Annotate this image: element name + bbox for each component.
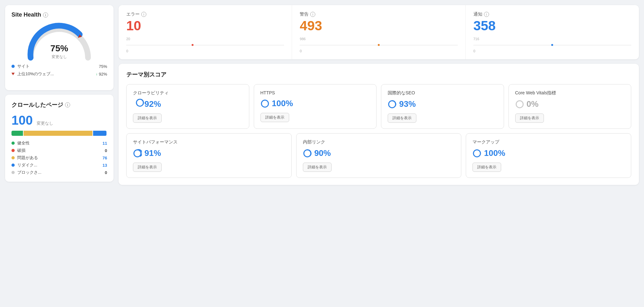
- theme-card-internal-links: 内部リンク 90% 詳細を表示: [296, 133, 462, 178]
- pb-issues: [24, 131, 92, 136]
- markup-detail-btn[interactable]: 詳細を表示: [472, 163, 501, 172]
- left-column: Site Health i 75% 変更なし: [5, 5, 113, 185]
- theme-scores-section: テーマ別スコア クローラビリティ 92% 詳細を表示: [119, 64, 639, 185]
- site-health-title: Site Health i: [11, 11, 107, 18]
- gauge-label-container: 75% 変更なし: [50, 43, 68, 60]
- error-value: 10: [126, 18, 284, 33]
- site-legend-val: 75%: [99, 64, 107, 69]
- stats-row: エラー i 10 20 0 警告 i 493 986: [119, 5, 639, 59]
- label-redirect: リダイク...: [17, 162, 37, 168]
- warning-label: 警告 i: [300, 11, 457, 17]
- cwv-score: 0%: [527, 99, 539, 109]
- site-health-card: Site Health i 75% 変更なし: [5, 5, 113, 90]
- error-info-icon[interactable]: i: [141, 12, 146, 17]
- theme-scores-title: テーマ別スコア: [126, 71, 631, 78]
- theme-name-internal-links: 内部リンク: [303, 139, 455, 145]
- https-detail-btn[interactable]: 詳細を表示: [260, 113, 289, 122]
- crawled-info-icon[interactable]: i: [65, 102, 70, 107]
- performance-score: 91%: [144, 148, 161, 158]
- performance-circle-icon: [133, 149, 142, 158]
- theme-card-intl-seo: 国際的なSEO 93% 詳細を表示: [381, 84, 504, 129]
- error-sparkline: 20 0: [126, 37, 284, 53]
- legend-issues: 問題がある 76: [11, 155, 107, 161]
- dot-broken: [11, 149, 15, 152]
- error-dot: [192, 44, 194, 46]
- right-column: エラー i 10 20 0 警告 i 493 986: [119, 5, 639, 185]
- site-dot: [11, 65, 15, 68]
- pb-redirect: [93, 131, 106, 136]
- theme-card-cwv: Core Web Vitals指標 0% 詳細を表示: [509, 84, 632, 129]
- cwv-detail-btn[interactable]: 詳細を表示: [515, 113, 544, 123]
- top10-legend-label: 上位10%のウェブ...: [17, 71, 54, 77]
- gauge-container: 75% 変更なし サイト 75%: [11, 23, 107, 79]
- val-redirect: 13: [103, 163, 107, 168]
- page-legend: 健全性 11 破損 0 問題がある 76: [11, 140, 107, 175]
- intl-seo-circle-icon: [388, 100, 397, 109]
- svg-point-7: [473, 150, 480, 157]
- legend-row-site: サイト 75%: [11, 63, 107, 69]
- top10-triangle-icon: [11, 73, 15, 75]
- site-health-info-icon[interactable]: i: [43, 12, 48, 18]
- markup-score: 100%: [484, 148, 505, 158]
- theme-score-row-internal-links: 90%: [303, 148, 455, 158]
- theme-score-row-performance: 91%: [133, 148, 285, 158]
- top10-legend-val: ↓92%: [96, 72, 107, 77]
- val-blocked: 0: [105, 170, 107, 175]
- theme-grid-row1: クローラビリティ 92% 詳細を表示 HTTPS: [126, 84, 631, 129]
- crawled-pages-title: クロールしたページ i: [11, 101, 107, 109]
- warning-dot: [378, 44, 380, 46]
- theme-score-row-intl-seo: 93%: [388, 99, 497, 109]
- error-label: エラー i: [126, 11, 284, 17]
- error-min: 0: [126, 49, 284, 53]
- legend-row-top10: 上位10%のウェブ... ↓92%: [11, 71, 107, 77]
- theme-name-intl-seo: 国際的なSEO: [388, 90, 497, 96]
- internal-links-score: 90%: [314, 148, 331, 158]
- notice-info-icon[interactable]: i: [484, 12, 489, 17]
- crawlability-detail-btn[interactable]: 詳細を表示: [133, 113, 162, 123]
- theme-name-markup: マークアップ: [472, 139, 625, 145]
- dot-healthy: [11, 142, 15, 145]
- intl-seo-score: 93%: [399, 99, 416, 109]
- crawled-pages-card: クロールしたページ i 100 変更なし 健全性: [5, 95, 113, 182]
- theme-score-row-markup: 100%: [472, 148, 625, 158]
- intl-seo-detail-btn[interactable]: 詳細を表示: [388, 113, 416, 123]
- warning-max: 986: [300, 37, 457, 41]
- theme-score-row-https: 100%: [260, 99, 370, 108]
- error-stat-card: エラー i 10 20 0: [119, 5, 292, 59]
- warning-stat-card: 警告 i 493 986 0: [292, 5, 465, 59]
- notice-label-text: 通知: [473, 11, 482, 17]
- warning-info-icon[interactable]: i: [310, 12, 315, 17]
- internal-links-circle-icon: [303, 149, 312, 158]
- crawled-change: 変更なし: [37, 121, 53, 126]
- gauge-sublabel: 変更なし: [52, 55, 67, 59]
- theme-name-crawlability: クローラビリティ: [133, 90, 243, 96]
- https-score: 100%: [272, 99, 293, 108]
- legend-blocked: ブロックさ... 0: [11, 170, 107, 175]
- theme-card-performance: サイトパフォーマンス 91% 詳細を表示: [126, 133, 292, 178]
- crawled-count: 100: [11, 113, 33, 128]
- warning-label-text: 警告: [300, 11, 309, 17]
- performance-detail-btn[interactable]: 詳細を表示: [133, 163, 162, 172]
- gauge-chart: 75% 変更なし: [24, 23, 94, 61]
- svg-point-2: [261, 100, 268, 107]
- progress-bar: [11, 131, 107, 136]
- cwv-circle-icon: [515, 100, 524, 109]
- theme-grid-row2: サイトパフォーマンス 91% 詳細を表示 内部リンク: [126, 133, 631, 178]
- notice-dot: [551, 44, 553, 46]
- site-legend-label: サイト: [17, 63, 30, 69]
- legend-healthy: 健全性 11: [11, 140, 107, 146]
- error-midline: [126, 45, 284, 45]
- theme-card-crawlability: クローラビリティ 92% 詳細を表示: [126, 84, 249, 129]
- notice-max: 716: [473, 37, 631, 41]
- crawled-pages-label: クロールしたページ: [11, 101, 63, 109]
- dot-issues: [11, 156, 15, 159]
- warning-min: 0: [300, 49, 457, 53]
- legend-redirect: リダイク... 13: [11, 162, 107, 168]
- internal-links-detail-btn[interactable]: 詳細を表示: [303, 163, 332, 172]
- dot-redirect: [11, 164, 15, 167]
- markup-circle-icon: [472, 149, 481, 158]
- arrow-down-icon: ↓: [96, 72, 98, 76]
- notice-label: 通知 i: [473, 11, 631, 17]
- crawled-count-row: 100 変更なし: [11, 113, 107, 128]
- svg-point-5: [134, 150, 141, 157]
